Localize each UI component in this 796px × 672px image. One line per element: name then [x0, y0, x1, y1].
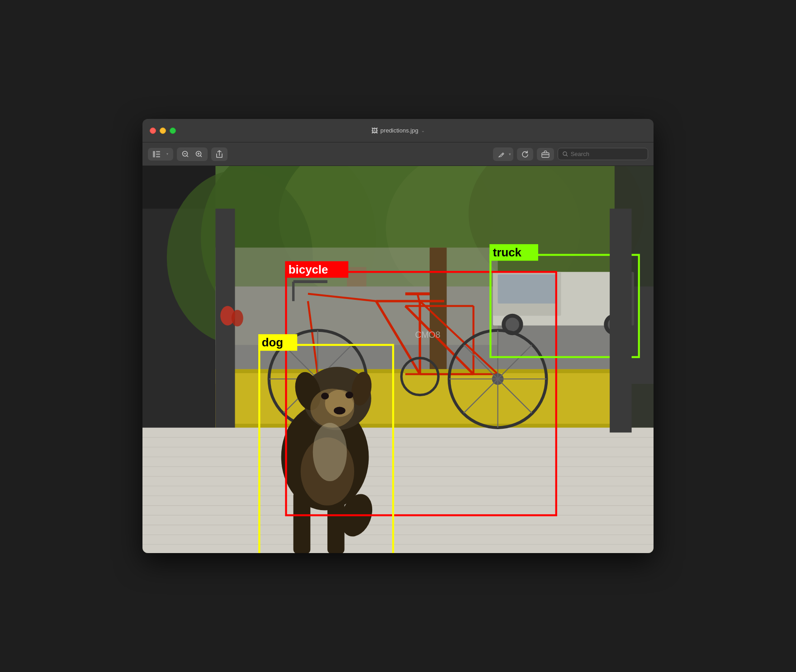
sidebar-toggle-chevron[interactable]: ▾	[164, 150, 171, 158]
svg-line-6	[187, 156, 188, 157]
svg-rect-0	[153, 151, 155, 157]
pen-button[interactable]	[495, 149, 508, 160]
zoom-in-button[interactable]	[193, 149, 205, 160]
svg-line-10	[200, 156, 202, 157]
svg-text:bicycle: bicycle	[289, 263, 328, 276]
search-icon	[563, 151, 568, 157]
svg-rect-36	[430, 247, 447, 374]
search-input[interactable]	[571, 151, 643, 157]
svg-rect-96	[294, 491, 311, 553]
window-title: predictions.jpg	[380, 127, 418, 134]
svg-point-95	[346, 392, 353, 398]
svg-rect-31	[498, 274, 556, 304]
svg-point-57	[232, 310, 243, 327]
file-icon: 🖼	[371, 127, 378, 134]
svg-rect-28	[215, 247, 498, 345]
pen-group: ▾	[493, 147, 513, 161]
svg-point-33	[506, 317, 519, 331]
traffic-lights	[150, 128, 176, 134]
svg-text:dog: dog	[262, 336, 283, 349]
search-bar[interactable]	[558, 148, 648, 160]
svg-rect-3	[156, 156, 160, 157]
maximize-button[interactable]	[170, 128, 176, 134]
svg-rect-2	[156, 153, 160, 155]
titlebar-title-group: 🖼 predictions.jpg ⌄	[371, 127, 425, 134]
svg-text:CMO8: CMO8	[415, 330, 441, 340]
svg-line-11	[502, 154, 503, 155]
zoom-out-button[interactable]	[179, 149, 192, 160]
titlebar: 🖼 predictions.jpg ⌄	[142, 119, 654, 142]
svg-point-94	[321, 393, 329, 399]
svg-rect-12	[542, 153, 549, 157]
rotate-button[interactable]	[517, 148, 533, 161]
pen-chevron-icon[interactable]: ▾	[509, 152, 511, 156]
share-button[interactable]	[211, 147, 227, 161]
svg-rect-110	[610, 208, 631, 432]
svg-rect-37	[215, 369, 614, 428]
svg-point-93	[334, 407, 346, 414]
svg-text:truck: truck	[493, 246, 522, 259]
main-window: 🖼 predictions.jpg ⌄ ▾	[142, 119, 654, 553]
sidebar-toggle-button[interactable]	[150, 149, 163, 159]
minimize-button[interactable]	[160, 128, 166, 134]
scene-svg: CMO8	[142, 166, 654, 553]
sidebar-toggle-group: ▾	[148, 148, 173, 161]
close-button[interactable]	[150, 128, 156, 134]
chevron-down-icon[interactable]: ⌄	[421, 128, 425, 133]
toolbox-button[interactable]	[537, 148, 554, 161]
svg-rect-38	[215, 369, 614, 374]
svg-rect-39	[215, 424, 614, 428]
image-container: CMO8	[142, 166, 654, 553]
svg-line-15	[566, 155, 568, 156]
toolbar: ▾	[142, 142, 654, 166]
svg-rect-42	[142, 428, 654, 553]
svg-rect-1	[156, 151, 160, 152]
zoom-group	[177, 147, 208, 161]
svg-point-100	[313, 423, 347, 481]
